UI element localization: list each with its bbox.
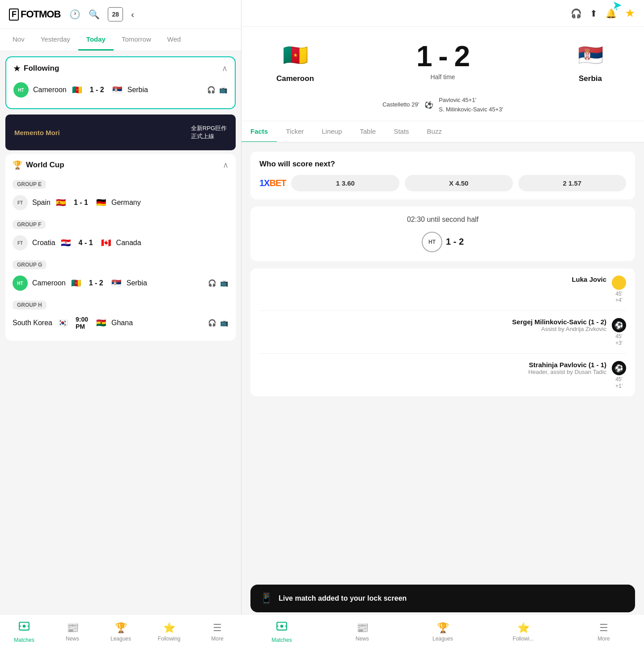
event-milinkovic-icon-col: ⚽ 45'+3'	[612, 318, 626, 346]
worldcup-label: World Cup	[26, 161, 64, 170]
bet-logo[interactable]: 1XBET	[259, 177, 286, 189]
group-h-home-flag: 🇰🇷	[57, 318, 68, 327]
toast-text: Live match added to your lock screen	[279, 594, 407, 602]
date-tab-nov[interactable]: Nov	[4, 29, 33, 51]
nav-leagues[interactable]: 🏆 Leagues	[97, 615, 145, 649]
right-nav-matches[interactable]: Matches	[242, 615, 322, 649]
match-score-large: 1 - 2	[416, 42, 469, 71]
away-goal-2: S. Milinkovic-Savic 45+3'	[439, 105, 503, 115]
following-label: Following	[24, 64, 59, 73]
following-score: 1 - 2	[90, 86, 104, 94]
group-e-score: 1 - 1	[74, 199, 88, 207]
following-star-icon: ★	[13, 64, 20, 73]
tv2-icon[interactable]: 📺	[220, 279, 229, 287]
tab-lineup[interactable]: Lineup	[313, 121, 351, 143]
group-g-match-row[interactable]: HT Cameroon 🇨🇲 1 - 2 🇷🇸 Serbia 🎧 📺	[13, 271, 229, 295]
calendar-icon[interactable]: 28	[108, 7, 123, 21]
nav-following[interactable]: ⭐ Following	[145, 615, 193, 649]
search-icon[interactable]: 🔍	[89, 9, 100, 20]
banner-ad[interactable]: Memento Mori 全新RPG巨作正式上線	[5, 115, 236, 150]
tab-stats[interactable]: Stats	[385, 121, 418, 143]
group-h-away-flag: 🇬🇭	[95, 318, 107, 327]
group-g-home-flag: 🇨🇲	[70, 279, 82, 288]
away-goal-1: Pavlovic 45+1'	[439, 96, 476, 105]
bet-option-2[interactable]: 2 1.57	[518, 175, 627, 191]
tab-buzz[interactable]: Buzz	[418, 121, 451, 143]
right-nav-more[interactable]: ☰ More	[564, 615, 644, 649]
group-e-home-flag: 🇪🇸	[55, 198, 67, 207]
headphone-icon[interactable]: 🎧	[207, 86, 216, 94]
right-following-icon: ⭐	[517, 622, 530, 634]
worldcup-collapse-icon[interactable]: ∧	[223, 160, 229, 170]
date-tab-tomorrow[interactable]: Tomorrow	[114, 29, 159, 51]
calendar-date: 28	[108, 7, 123, 21]
ht-score: 1 - 2	[446, 237, 464, 247]
event-pavlovic-time: 45'+1'	[615, 376, 623, 389]
date-tab-yesterday[interactable]: Yesterday	[33, 29, 78, 51]
group-h-home: South Korea	[13, 319, 52, 327]
favorite-star-icon[interactable]: ★	[625, 6, 635, 20]
date-tab-today[interactable]: Today	[78, 29, 114, 51]
group-f-home-flag: 🇭🇷	[60, 238, 72, 247]
group-f-score: 4 - 1	[79, 239, 93, 247]
nav-following-label: Following	[158, 636, 181, 642]
nav-more[interactable]: ☰ More	[193, 615, 242, 649]
event-row-milinkovic: Sergej Milinkovic-Savic (1 - 2) Assist b…	[259, 311, 626, 354]
right-news-icon: 📰	[356, 622, 369, 634]
following-collapse-icon[interactable]: ∧	[222, 64, 228, 73]
match-tabs: Facts Ticker Lineup Table Stats Buzz	[242, 121, 644, 143]
score-block: 1 - 2 Half time	[340, 42, 546, 81]
tab-facts[interactable]: Facts	[242, 121, 277, 143]
share-icon[interactable]: ⬆	[590, 8, 597, 19]
group-g-home: Cameroon	[32, 279, 66, 287]
headphone3-icon[interactable]: 🎧	[208, 319, 216, 327]
following-match-row[interactable]: HT Cameroon 🇨🇲 1 - 2 🇷🇸 Serbia 🎧 📺	[13, 78, 228, 102]
group-h-match-row[interactable]: South Korea 🇰🇷 9:00PM 🇬🇭 Ghana 🎧 📺	[13, 311, 229, 335]
match-time: Half time	[430, 73, 455, 81]
top-bar-right: 🎧 ⬆ 🔔+ ➤ ★	[242, 0, 644, 27]
tab-ticker[interactable]: Ticker	[277, 121, 313, 143]
right-nav-following[interactable]: ⭐ Followi...	[483, 615, 564, 649]
star-arrow-group: ➤ ★	[625, 6, 635, 20]
logo-f-icon: F	[9, 8, 19, 21]
nav-news[interactable]: 📰 News	[48, 615, 97, 649]
right-nav-leagues-label: Leagues	[432, 636, 453, 642]
headphone-right-icon[interactable]: 🎧	[571, 8, 582, 19]
right-more-icon: ☰	[599, 622, 608, 634]
back-icon[interactable]: ‹	[131, 9, 134, 20]
right-matches-icon	[276, 621, 288, 635]
right-nav-news[interactable]: 📰 News	[322, 615, 402, 649]
event-milinkovic-player: Sergej Milinkovic-Savic (1 - 2) Assist b…	[259, 318, 606, 332]
headphone2-icon[interactable]: 🎧	[208, 279, 216, 287]
events-card: Luka Jovic 45'+4' Sergej Milinkovic-Savi…	[250, 268, 635, 396]
following-away-flag: 🇷🇸	[111, 85, 123, 94]
svg-point-1	[23, 624, 26, 628]
news-icon: 📰	[67, 622, 79, 634]
group-h-score: 9:00PM	[76, 316, 88, 330]
home-team-block: 🇨🇲 Cameroon	[250, 39, 340, 83]
group-f-match-row[interactable]: FT Croatia 🇭🇷 4 - 1 🇨🇦 Canada	[13, 231, 229, 255]
group-e-match-row[interactable]: FT Spain 🇪🇸 1 - 1 🇩🇪 Germany	[13, 191, 229, 215]
left-bottom-nav: Matches 📰 News 🏆 Leagues ⭐ Following ☰ M…	[0, 614, 242, 649]
tab-table[interactable]: Table	[351, 121, 385, 143]
ad-title: Memento Mori	[14, 129, 60, 136]
banner-ad-content: Memento Mori 全新RPG巨作正式上線	[5, 124, 236, 140]
facts-content[interactable]: Who will score next? 1XBET 1 3.60 X 4.50…	[242, 143, 644, 649]
bet-1-label: 1	[336, 179, 339, 187]
bet-option-1[interactable]: 1 3.60	[291, 175, 399, 191]
event-milinkovic-icon: ⚽	[612, 318, 626, 332]
right-nav-leagues[interactable]: 🏆 Leagues	[402, 615, 483, 649]
nav-matches[interactable]: Matches	[0, 615, 48, 649]
event-jovic-icon	[612, 276, 626, 290]
tv-icon[interactable]: 📺	[219, 86, 228, 94]
group-f-away-flag: 🇨🇦	[100, 238, 112, 247]
event-milinkovic-time: 45'+3'	[615, 333, 623, 346]
event-milinkovic-assist: Assist by Andrija Zivkovic	[259, 326, 606, 332]
lock-screen-toast: 📱 Live match added to your lock screen	[250, 585, 635, 612]
bet-option-x[interactable]: X 4.50	[405, 175, 513, 191]
group-g-away-flag: 🇷🇸	[110, 279, 122, 288]
left-scroll[interactable]: ★ Following ∧ HT Cameroon 🇨🇲 1 - 2 🇷🇸 Se…	[0, 51, 241, 649]
history-icon[interactable]: 🕐	[69, 9, 80, 20]
date-tab-wed[interactable]: Wed	[159, 29, 189, 51]
tv3-icon[interactable]: 📺	[220, 319, 229, 327]
